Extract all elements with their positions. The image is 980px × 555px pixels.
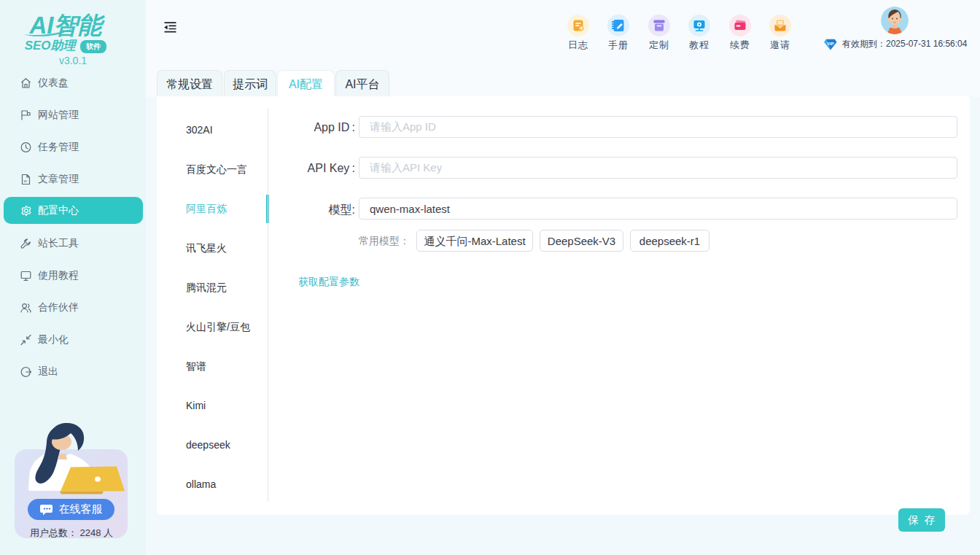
svg-text:VIP: VIP xyxy=(827,41,833,45)
svg-text:w: w xyxy=(23,179,28,183)
